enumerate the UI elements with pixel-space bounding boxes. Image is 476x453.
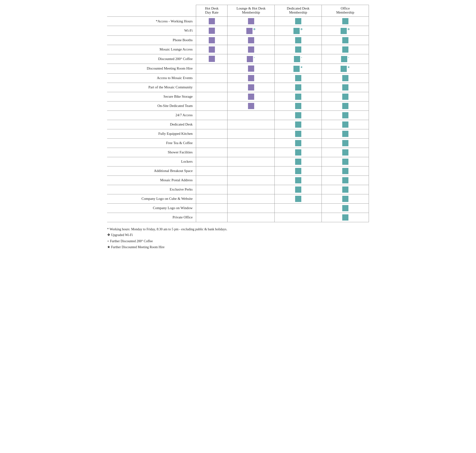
teal-check: [341, 56, 347, 62]
check-cell: [322, 185, 369, 194]
check-cell: [275, 166, 322, 176]
check-cell: [322, 45, 369, 54]
feature-label: Additional Breakout Space: [107, 166, 196, 176]
table-row: Private Office: [107, 213, 369, 222]
check-cell: [196, 129, 228, 138]
feature-label: Private Office: [107, 213, 196, 222]
check-cell: [322, 203, 369, 213]
check-cell: [196, 148, 228, 157]
check-cell: [275, 45, 322, 54]
check-cell: [196, 194, 228, 203]
purple-check: [209, 18, 215, 24]
col-lounge-header: Lounge & Hot DeskMembership: [228, 5, 275, 17]
plus-symbol: ❖: [300, 27, 303, 31]
teal-check: [293, 28, 300, 34]
check-cell: [196, 45, 228, 54]
feature-label: Wi-Fi: [107, 26, 196, 36]
feature-label: Phone Booths: [107, 35, 196, 45]
teal-check: [295, 84, 301, 91]
teal-check: [295, 186, 301, 193]
teal-check: [295, 37, 301, 43]
teal-check: [342, 18, 348, 24]
check-cell: [275, 176, 322, 185]
teal-check: [295, 18, 301, 24]
check-cell: +: [275, 54, 322, 64]
membership-comparison-table: Hot DeskDay Rate Lounge & Hot DeskMember…: [107, 5, 369, 222]
teal-check: [342, 84, 348, 91]
check-cell: [322, 176, 369, 185]
purple-check: [248, 18, 254, 24]
teal-check: [295, 75, 301, 81]
teal-check: [295, 168, 301, 174]
feature-label: *Access - Working Hours: [107, 17, 196, 26]
footnote-1: * Working hours: Monday to Friday, 8:30 …: [107, 226, 369, 232]
table-row: On-Site Dedicated Team: [107, 101, 369, 111]
table-row: Access to Mosaic Events: [107, 73, 369, 83]
table-row: Company Logo on Window: [107, 203, 369, 213]
teal-check: [295, 94, 301, 100]
check-cell: [322, 35, 369, 45]
plus2-symbol: +: [254, 56, 255, 59]
teal-check: [342, 94, 348, 100]
plus-symbol: ❖: [253, 27, 256, 31]
teal-check: [295, 121, 301, 128]
table-row: Secure Bike Storage: [107, 92, 369, 101]
check-cell: [228, 185, 275, 194]
check-cell: [322, 194, 369, 203]
table-row: Company Logo on Cube & Website: [107, 194, 369, 203]
check-cell: [196, 101, 228, 111]
check-cell: [196, 83, 228, 92]
check-cell: ★: [275, 64, 322, 74]
comparison-table-container: Hot DeskDay Rate Lounge & Hot DeskMember…: [107, 5, 369, 250]
check-cell: [275, 129, 322, 138]
check-cell: [322, 101, 369, 111]
check-cell: [322, 213, 369, 222]
check-cell: [322, 129, 369, 138]
check-cell: [228, 64, 275, 74]
teal-check: [295, 196, 301, 202]
check-cell: [275, 203, 322, 213]
check-cell: [322, 148, 369, 157]
purple-check: [247, 56, 253, 62]
check-cell: [322, 138, 369, 148]
footnote-4: ★ Further Discounted Meeting Room Hire: [107, 244, 369, 250]
table-row: Discounted Meeting Room Hire★★: [107, 64, 369, 74]
check-cell: [275, 213, 322, 222]
check-cell: [196, 203, 228, 213]
feature-label: 24/7 Access: [107, 111, 196, 120]
table-row: Exclusive Perks: [107, 185, 369, 194]
check-cell: ★: [322, 64, 369, 74]
feature-label: Access to Mosaic Events: [107, 73, 196, 83]
col-hotdesk-header: Hot DeskDay Rate: [196, 5, 228, 17]
table-row: Dedicated Desk: [107, 120, 369, 129]
teal-check: [295, 149, 301, 156]
check-cell: [275, 138, 322, 148]
check-cell: [228, 73, 275, 83]
teal-check: [295, 177, 301, 183]
check-cell: [196, 213, 228, 222]
teal-check: [295, 46, 301, 53]
check-cell: [228, 17, 275, 26]
table-row: Fully Equipped Kitchen: [107, 129, 369, 138]
teal-check: [342, 75, 348, 81]
purple-check: [248, 46, 254, 53]
teal-check: [341, 28, 347, 34]
check-cell: [228, 148, 275, 157]
check-cell: [196, 166, 228, 176]
feature-label: Secure Bike Storage: [107, 92, 196, 101]
check-cell: [322, 83, 369, 92]
feature-label: Discounted 200° Coffee: [107, 54, 196, 64]
col-dedicated-header: Dedicated DeskMembership: [275, 5, 322, 17]
teal-check: [342, 149, 348, 156]
table-row: 24/7 Access: [107, 111, 369, 120]
purple-check: [209, 28, 215, 34]
check-cell: [196, 138, 228, 148]
plus-symbol: ❖: [347, 27, 350, 31]
check-cell: [322, 120, 369, 129]
check-cell: [228, 101, 275, 111]
feature-label: Mosaic Lounge Access: [107, 45, 196, 54]
table-row: Lockers: [107, 157, 369, 166]
teal-check: [342, 196, 348, 202]
check-cell: [275, 111, 322, 120]
check-cell: [275, 120, 322, 129]
